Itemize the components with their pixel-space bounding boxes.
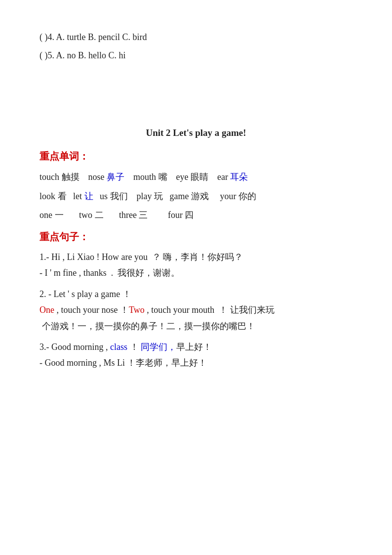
question-4: ( )4. A. turtle B. pencil C. bird xyxy=(39,30,353,45)
sentence-1-line-2: - I ' m fine , thanks . 我很好，谢谢。 xyxy=(39,265,353,281)
vocab-line-2: look 看 let 让 us 我们 play 玩 game 游戏 your 你… xyxy=(39,188,353,205)
sentence-2-line-3: 个游戏！一，摸一摸你的鼻子！二，摸一摸你的嘴巴！ xyxy=(39,318,353,334)
sentence-2-line-1: 2. - Let ' s play a game ！ xyxy=(39,286,353,302)
q5-number: ( )5. A. no B. hello C. hi xyxy=(39,50,126,60)
sentence-3: 3.- Good morning , class ！ 同学们，早上好！ - Go… xyxy=(39,339,353,371)
numbers-line: one 一 two 二 three 三 four 四 xyxy=(39,207,353,223)
sentence-3-line-1: 3.- Good morning , class ！ 同学们，早上好！ xyxy=(39,339,353,355)
sentence-3-line-2: - Good morning , Ms Li ！李老师，早上好！ xyxy=(39,355,353,371)
unit-title: Unit 2 Let's play a game! xyxy=(39,125,353,141)
sentence-1: 1.- Hi , Li Xiao ! How are you ？ 嗨，李肖！你好… xyxy=(39,249,353,281)
sentence-section-title: 重点句子： xyxy=(39,228,353,245)
question-5: ( )5. A. no B. hello C. hi xyxy=(39,48,353,63)
vocab-line-1: touch 触摸 nose 鼻子 mouth 嘴 eye 眼睛 ear 耳朵 xyxy=(39,169,353,185)
vocab-section-title: 重点单词： xyxy=(39,148,353,165)
sentence-2: 2. - Let ' s play a game ！ One , touch y… xyxy=(39,286,353,334)
sentence-2-line-2: One , touch your nose ！Two , touch your … xyxy=(39,302,353,318)
q4-number: ( )4. A. turtle B. pencil C. bird xyxy=(39,32,147,42)
sentence-1-line-1: 1.- Hi , Li Xiao ! How are you ？ 嗨，李肖！你好… xyxy=(39,249,353,265)
